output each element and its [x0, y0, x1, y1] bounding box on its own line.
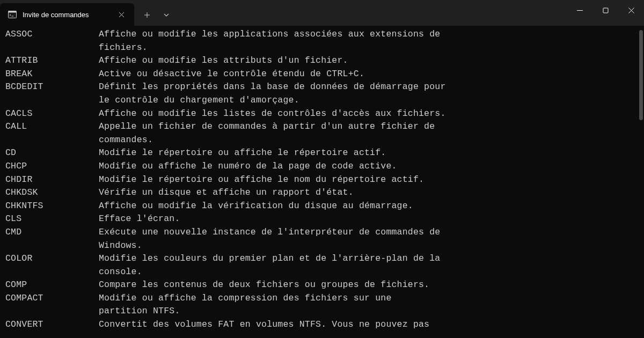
command-name: [5, 239, 99, 253]
command-row: COMPCompare les contenus de deux fichier…: [5, 278, 639, 292]
command-description: le contrôle du chargement d'amorçage.: [99, 94, 639, 107]
command-name: [5, 94, 99, 107]
command-name: CLS: [5, 212, 99, 226]
command-name: COMP: [5, 278, 99, 292]
command-description: Appelle un fichier de commandes à partir…: [99, 120, 639, 134]
command-row: CALLAppelle un fichier de commandes à pa…: [5, 120, 639, 134]
maximize-button[interactable]: [592, 0, 618, 20]
terminal-content[interactable]: ASSOCAffiche ou modifie les applications…: [0, 26, 644, 338]
scrollbar-track[interactable]: [639, 26, 644, 338]
command-name: [5, 305, 99, 318]
svg-rect-8: [603, 8, 608, 13]
title-bar-drag-area[interactable]: [176, 0, 567, 26]
window-controls: [567, 0, 644, 26]
command-description: Windows.: [99, 239, 639, 253]
command-row: CDModifie le répertoire ou affiche le ré…: [5, 146, 639, 160]
command-description: Exécute une nouvelle instance de l'inter…: [99, 226, 639, 239]
command-row: partition NTFS.: [5, 305, 639, 318]
command-row: CACLSAffiche ou modifie les listes de co…: [5, 107, 639, 121]
command-description: Efface l'écran.: [99, 212, 639, 226]
tab-title: Invite de commandes: [23, 11, 106, 19]
command-description: Modifie les couleurs du premier plan et …: [99, 252, 639, 266]
command-row: COLORModifie les couleurs du premier pla…: [5, 252, 639, 266]
command-name: CMD: [5, 226, 99, 239]
command-row: console.: [5, 266, 639, 279]
command-row: CHDIRModifie le répertoire ou affiche le…: [5, 173, 639, 187]
terminal-icon: [8, 10, 17, 19]
command-name: [5, 134, 99, 147]
command-name: ASSOC: [5, 28, 99, 41]
command-description: Modifie le répertoire ou affiche le répe…: [99, 146, 639, 160]
command-name: [5, 266, 99, 279]
close-window-button[interactable]: [618, 0, 644, 20]
command-description: Affiche ou modifie les applications asso…: [99, 28, 639, 41]
command-row: COMPACTModifie ou affiche la compression…: [5, 292, 639, 305]
tab-dropdown-button[interactable]: [157, 6, 176, 24]
command-description: commandes.: [99, 134, 639, 147]
new-tab-button[interactable]: [137, 6, 157, 24]
command-description: Compare les contenus de deux fichiers ou…: [99, 278, 639, 292]
command-description: Modifie le répertoire ou affiche le nom …: [99, 173, 639, 187]
command-row: fichiers.: [5, 41, 639, 55]
command-row: ATTRIBAffiche ou modifie les attributs d…: [5, 54, 639, 68]
command-row: BCDEDITDéfinit les propriétés dans la ba…: [5, 80, 639, 94]
command-description: Modifie ou affiche la compression des fi…: [99, 292, 639, 305]
command-name: BCDEDIT: [5, 80, 99, 94]
command-row: Windows.: [5, 239, 639, 253]
command-name: ATTRIB: [5, 54, 99, 68]
command-description: fichiers.: [99, 41, 639, 55]
title-bar: Invite de commandes: [0, 0, 644, 26]
command-description: Définit les propriétés dans la base de d…: [99, 80, 639, 94]
command-name: CONVERT: [5, 318, 99, 332]
command-description: Modifie ou affiche le numéro de la page …: [99, 160, 639, 173]
command-name: COMPACT: [5, 292, 99, 305]
tab-controls: [134, 0, 176, 26]
command-row: commandes.: [5, 134, 639, 147]
command-name: CHKDSK: [5, 186, 99, 200]
scrollbar-thumb[interactable]: [639, 30, 643, 120]
command-name: CHKNTFS: [5, 200, 99, 213]
command-name: COLOR: [5, 252, 99, 266]
command-description: Affiche ou modifie les listes de contrôl…: [99, 107, 639, 121]
command-row: CHKDSKVérifie un disque et affiche un ra…: [5, 186, 639, 200]
command-description: partition NTFS.: [99, 305, 639, 318]
command-description: Affiche ou modifie les attributs d'un fi…: [99, 54, 639, 68]
command-row: ASSOCAffiche ou modifie les applications…: [5, 28, 639, 41]
command-name: CD: [5, 146, 99, 160]
minimize-button[interactable]: [567, 0, 592, 20]
command-row: CHKNTFSAffiche ou modifie la vérificatio…: [5, 200, 639, 213]
command-description: Affiche ou modifie la vérification du di…: [99, 200, 639, 213]
command-name: CHDIR: [5, 173, 99, 187]
command-description: console.: [99, 266, 639, 279]
command-name: BREAK: [5, 68, 99, 81]
command-row: CONVERTConvertit des volumes FAT en volu…: [5, 318, 639, 332]
svg-rect-1: [9, 11, 17, 13]
command-row: CMDExécute une nouvelle instance de l'in…: [5, 226, 639, 239]
command-row: CHCPModifie ou affiche le numéro de la p…: [5, 160, 639, 173]
command-description: Active ou désactive le contrôle étendu d…: [99, 68, 639, 81]
close-tab-button[interactable]: [116, 9, 127, 20]
command-output: ASSOCAffiche ou modifie les applications…: [5, 28, 639, 332]
command-row: le contrôle du chargement d'amorçage.: [5, 94, 639, 107]
command-name: CALL: [5, 120, 99, 134]
command-description: Vérifie un disque et affiche un rapport …: [99, 186, 639, 200]
command-description: Convertit des volumes FAT en volumes NTF…: [99, 318, 639, 332]
command-row: BREAKActive ou désactive le contrôle éte…: [5, 68, 639, 81]
active-tab[interactable]: Invite de commandes: [0, 3, 134, 26]
command-name: CACLS: [5, 107, 99, 121]
command-name: CHCP: [5, 160, 99, 173]
command-name: [5, 41, 99, 55]
command-row: CLSEfface l'écran.: [5, 212, 639, 226]
